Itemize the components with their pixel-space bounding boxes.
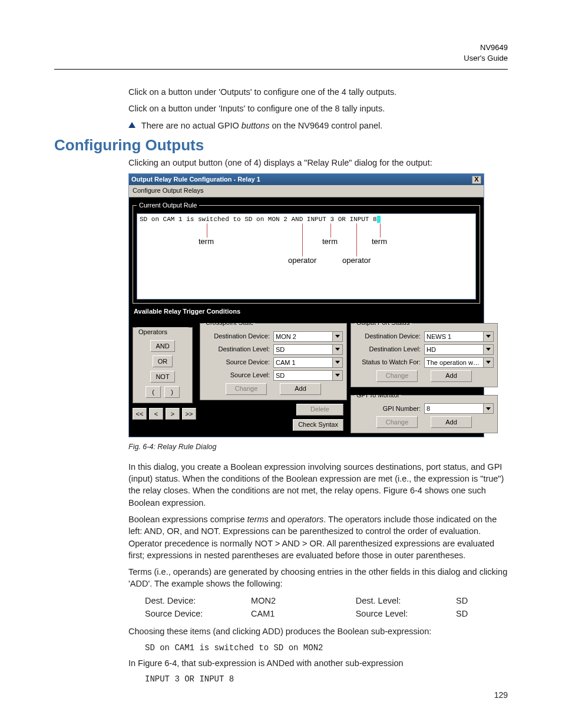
note-post: on the NV9649 control panel.: [269, 121, 382, 130]
ann-term-2: term: [322, 236, 338, 247]
out-add-button[interactable]: Add: [431, 370, 472, 382]
cross-dest-device-combo[interactable]: MON 2: [273, 331, 343, 342]
figure-caption: Fig. 6-4: Relay Rule Dialog: [128, 442, 508, 453]
para-5: In Figure 6-4, that sub-expression is AN…: [128, 657, 508, 669]
ann-operator-1: operator: [288, 255, 316, 266]
and-button[interactable]: AND: [150, 340, 174, 352]
ann-term-3: term: [372, 236, 387, 247]
section-lead: Clicking an output button (one of 4) dis…: [128, 157, 508, 169]
ann-operator-2: operator: [342, 255, 371, 266]
nav-prev-button[interactable]: <: [149, 408, 163, 420]
dialog-menu[interactable]: Configure Output Relays: [129, 185, 484, 197]
cross-src-device-label: Source Device:: [204, 358, 270, 367]
rule-expression-text: SD on CAM 1 is switched to SD on MON 2 A…: [140, 216, 377, 223]
dialog-titlebar: Output Relay Rule Configuration - Relay …: [129, 174, 484, 185]
dropdown-arrow-icon: [332, 358, 342, 367]
delete-button[interactable]: Delete: [296, 404, 343, 416]
cross-src-level-combo[interactable]: SD: [273, 370, 343, 381]
para-3: Terms (i.e., operands) are generated by …: [128, 566, 508, 590]
out-dest-level-combo[interactable]: HD: [424, 344, 494, 355]
page-number: 129: [494, 690, 508, 700]
rule-expression-box[interactable]: SD on CAM 1 is switched to SD on MON 2 A…: [137, 213, 476, 299]
crosspoint-state-group: Crosspoint State Destination Device: MON…: [200, 318, 347, 400]
header-rule: [54, 69, 508, 70]
dropdown-arrow-icon: [483, 332, 493, 341]
cross-dest-level-combo[interactable]: SD: [273, 344, 343, 355]
header-guide: User's Guide: [54, 53, 508, 64]
code-2: INPUT 3 OR INPUT 8: [145, 674, 508, 686]
crosspoint-state-legend: Crosspoint State: [204, 318, 255, 327]
dropdown-arrow-icon: [483, 358, 493, 367]
relay-rule-dialog: Output Relay Rule Configuration - Relay …: [128, 173, 484, 437]
boolean-operators-group: Boolean Operators AND OR NOT ( ): [133, 318, 193, 403]
para-1: In this dialog, you create a Boolean exp…: [128, 461, 508, 509]
note-triangle-icon: [128, 122, 135, 128]
out-status-combo[interactable]: The operation w…: [424, 357, 494, 368]
para-2: Boolean expressions comprise terms and o…: [128, 513, 508, 561]
section-title: Configuring Outputs: [54, 136, 508, 154]
out-status-label: Status to Watch For:: [355, 358, 421, 367]
cross-src-level-label: Source Level:: [204, 371, 270, 380]
note-pre: There are no actual GPIO: [141, 121, 242, 130]
out-change-button[interactable]: Change: [376, 370, 418, 382]
nav-last-button[interactable]: >>: [182, 408, 196, 420]
gpi-to-monitor-group: GPI To Monitor GPI Number: 8 Change Add: [351, 391, 498, 433]
code-1: SD on CAM1 is switched to SD on MON2: [145, 643, 508, 654]
intro-p1: Click on a button under 'Outputs' to con…: [128, 86, 508, 98]
rparen-button[interactable]: ): [164, 386, 180, 398]
out-dest-device-combo[interactable]: NEWS 1: [424, 331, 494, 342]
ann-term-1: term: [199, 236, 214, 247]
nav-first-button[interactable]: <<: [133, 408, 147, 420]
current-output-rule-group: Current Output Rule SD on CAM 1 is switc…: [133, 201, 480, 304]
example-values: Dest. Device:MON2Dest. Level:SD Source D…: [145, 595, 508, 620]
cross-dest-device-label: Destination Device:: [204, 332, 270, 341]
cross-change-button[interactable]: Change: [226, 383, 267, 395]
cross-dest-level-label: Destination Level:: [204, 345, 270, 354]
gpi-number-combo[interactable]: 8: [424, 403, 494, 414]
boolean-operators-legend: Boolean Operators: [137, 318, 189, 337]
gpi-number-label: GPI Number:: [355, 404, 421, 413]
gpi-to-monitor-legend: GPI To Monitor: [355, 391, 401, 400]
note-em: buttons: [242, 121, 270, 130]
header-product: NV9649: [54, 42, 508, 53]
current-output-rule-legend: Current Output Rule: [137, 201, 199, 210]
gpi-add-button[interactable]: Add: [431, 416, 472, 428]
lparen-button[interactable]: (: [146, 386, 161, 398]
or-button[interactable]: OR: [153, 355, 173, 367]
cross-src-device-combo[interactable]: CAM 1: [273, 357, 343, 368]
dialog-title: Output Relay Rule Configuration - Relay …: [131, 175, 260, 184]
intro-p2: Click on a button under 'Inputs' to conf…: [128, 103, 508, 114]
dropdown-arrow-icon: [332, 332, 342, 341]
dropdown-arrow-icon: [483, 345, 493, 354]
para-4: Choosing these items (and clicking ADD) …: [128, 625, 508, 637]
dropdown-arrow-icon: [332, 371, 342, 380]
page-header: NV9649 User's Guide: [54, 42, 508, 63]
nav-next-button[interactable]: >: [166, 408, 180, 420]
out-dest-level-label: Destination Level:: [355, 345, 421, 354]
gpi-change-button[interactable]: Change: [376, 416, 418, 428]
intro-block: Click on a button under 'Outputs' to con…: [128, 86, 508, 131]
intro-note: There are no actual GPIO buttons on the …: [128, 120, 508, 131]
dialog-close-button[interactable]: X: [472, 176, 481, 184]
check-syntax-button[interactable]: Check Syntax: [293, 419, 343, 431]
dropdown-arrow-icon: [483, 404, 493, 413]
not-button[interactable]: NOT: [150, 371, 174, 383]
output-port-status-group: Output Port Status Destination Device: N…: [351, 318, 498, 387]
dropdown-arrow-icon: [332, 345, 342, 354]
figure-6-4: Output Relay Rule Configuration - Relay …: [128, 173, 508, 437]
cross-add-button[interactable]: Add: [280, 383, 321, 395]
available-conditions-title: Available Relay Trigger Conditions: [134, 307, 480, 316]
output-port-status-legend: Output Port Status: [355, 318, 412, 327]
out-dest-device-label: Destination Device:: [355, 332, 421, 341]
